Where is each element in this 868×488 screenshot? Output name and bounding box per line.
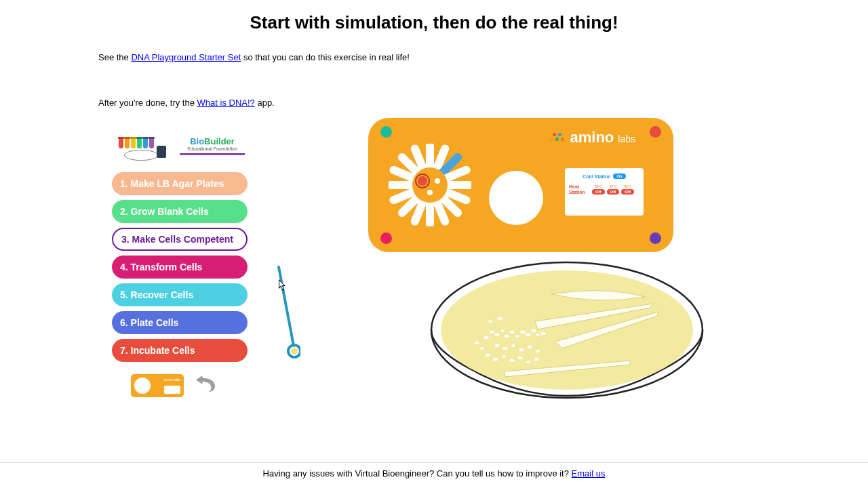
svg-point-35 xyxy=(488,320,493,323)
sample-well[interactable] xyxy=(489,171,543,225)
mini-panel-text: amino labs xyxy=(164,378,180,382)
svg-point-12 xyxy=(494,333,500,337)
svg-point-8 xyxy=(418,176,427,186)
brand-labs: labs xyxy=(618,134,635,144)
step-7[interactable]: 7. Incubate Cells xyxy=(112,339,248,362)
step-2[interactable]: 2. Grow Blank Cells xyxy=(112,200,248,223)
biobuilder-bio: Bio xyxy=(190,136,204,146)
svg-point-22 xyxy=(494,344,500,348)
svg-point-24 xyxy=(511,344,516,348)
biobuilder-logo: BioBuilder Educational Foundation xyxy=(180,136,245,155)
svg-point-20 xyxy=(536,333,540,337)
step-6[interactable]: 6. Plate Cells xyxy=(112,311,248,334)
svg-point-27 xyxy=(536,350,540,353)
svg-point-36 xyxy=(497,317,502,321)
page-title: Start with simulation, then do the real … xyxy=(0,12,868,33)
intro2-prefix: After you're done, try the xyxy=(98,98,197,108)
svg-point-29 xyxy=(493,357,498,361)
step-4[interactable]: 4. Transform Cells xyxy=(112,256,248,279)
svg-line-0 xyxy=(279,267,294,346)
tubes-logo xyxy=(119,131,172,161)
logo-block: BioBuilder Educational Foundation xyxy=(119,129,254,163)
what-is-dna-link[interactable]: What is DNA!? xyxy=(197,98,255,108)
device-display: Cold Station On Heat Station 30 COff37 C… xyxy=(565,168,644,216)
cold-station-toggle[interactable]: On xyxy=(613,174,625,179)
simulation-area: BioBuilder Educational Foundation 1. Mak… xyxy=(98,122,770,420)
svg-point-28 xyxy=(485,353,490,357)
device-corner-bl xyxy=(380,232,392,244)
svg-point-38 xyxy=(480,347,485,350)
svg-point-17 xyxy=(520,330,526,334)
svg-point-21 xyxy=(540,331,546,336)
bottom-controls: amino labs xyxy=(131,374,216,397)
svg-point-18 xyxy=(526,333,531,337)
intro2-suffix: app. xyxy=(255,98,275,108)
heat-temp-2[interactable]: 42 COff xyxy=(621,184,634,195)
svg-point-26 xyxy=(527,345,532,349)
step-1[interactable]: 1. Make LB Agar Plates xyxy=(112,172,248,195)
heat-station-label: Heat Station xyxy=(569,184,589,195)
svg-point-25 xyxy=(519,348,524,352)
centrifuge-wheel[interactable] xyxy=(389,144,471,226)
intro-suffix: so that you can do this exercise in real… xyxy=(241,52,410,62)
device-thumbnail-button[interactable]: amino labs xyxy=(131,374,184,397)
heat-temp-0[interactable]: 30 COff xyxy=(592,184,605,195)
svg-point-32 xyxy=(517,356,523,360)
device-corner-tl xyxy=(380,126,392,138)
amino-labs-device[interactable]: amino labs Cold Station On xyxy=(368,118,673,252)
intro-line-1: See the DNA Playground Starter Set so th… xyxy=(98,52,868,62)
step-list: 1. Make LB Agar Plates2. Grow Blank Cell… xyxy=(112,172,248,367)
svg-point-23 xyxy=(502,346,508,350)
inoculation-loop[interactable] xyxy=(273,266,300,361)
brand-amino: amino xyxy=(570,129,614,146)
svg-point-11 xyxy=(489,330,494,334)
svg-point-34 xyxy=(534,357,539,361)
email-us-link[interactable]: Email us xyxy=(572,468,606,479)
cold-station-label: Cold Station xyxy=(583,174,610,179)
svg-point-10 xyxy=(441,270,693,390)
device-corner-br xyxy=(650,232,661,244)
heat-temp-1[interactable]: 37 COff xyxy=(607,184,620,195)
svg-point-6 xyxy=(427,190,433,195)
intro-line-2: After you're done, try the What is DNA!?… xyxy=(98,98,868,108)
svg-point-19 xyxy=(531,329,536,333)
svg-point-31 xyxy=(509,359,515,363)
svg-point-5 xyxy=(435,178,440,184)
svg-point-16 xyxy=(515,335,520,338)
svg-point-37 xyxy=(474,341,479,345)
svg-point-33 xyxy=(526,361,531,364)
biobuilder-builder: Builder xyxy=(204,136,235,146)
heat-temps: 30 COff37 COff42 COff xyxy=(592,184,634,195)
footer-text: Having any issues with Virtual Bioengine… xyxy=(263,468,572,479)
svg-point-15 xyxy=(509,330,515,334)
footer: Having any issues with Virtual Bioengine… xyxy=(0,462,868,479)
svg-point-14 xyxy=(504,334,509,338)
device-brand: amino labs xyxy=(550,129,635,146)
starter-set-link[interactable]: DNA Playground Starter Set xyxy=(131,52,241,62)
svg-point-2 xyxy=(291,348,298,354)
svg-point-39 xyxy=(484,336,489,340)
step-3[interactable]: 3. Make Cells Competent xyxy=(112,228,248,251)
biobuilder-sub: Educational Foundation xyxy=(180,146,245,151)
step-5[interactable]: 5. Recover Cells xyxy=(112,283,248,306)
intro-prefix: See the xyxy=(98,52,131,62)
petri-dish[interactable] xyxy=(429,253,705,407)
reset-button[interactable] xyxy=(196,375,216,396)
svg-point-13 xyxy=(500,329,505,333)
svg-point-30 xyxy=(502,355,507,359)
device-corner-tr xyxy=(650,126,661,138)
